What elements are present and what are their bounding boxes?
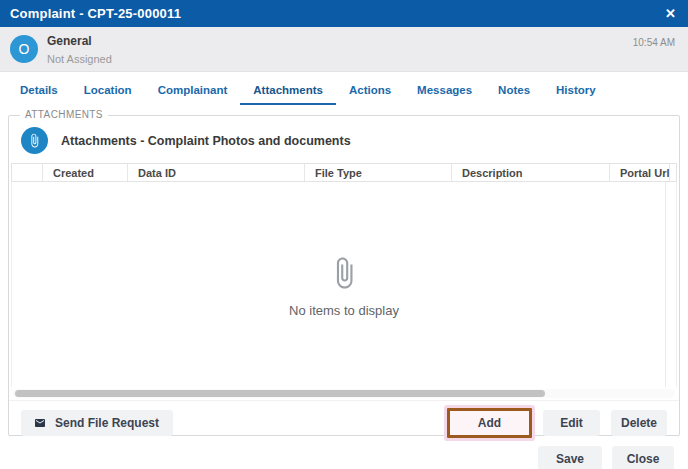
- add-button[interactable]: Add: [450, 411, 529, 435]
- attachments-actions-row: Send File Request Add Edit Delete: [9, 400, 679, 438]
- column-created[interactable]: Created: [43, 164, 128, 181]
- save-button[interactable]: Save: [538, 446, 602, 469]
- horizontal-scrollbar-thumb[interactable]: [15, 390, 545, 397]
- tab-history[interactable]: History: [543, 76, 609, 105]
- column-portal-url[interactable]: Portal Url: [610, 164, 670, 181]
- tab-attachments[interactable]: Attachments: [240, 76, 336, 105]
- column-description[interactable]: Description: [452, 164, 610, 181]
- column-select: [12, 164, 43, 181]
- tab-complainant[interactable]: Complainant: [145, 76, 241, 105]
- envelope-icon: [33, 417, 47, 429]
- attachments-table-body: No items to display: [11, 182, 677, 387]
- dialog-title: Complaint - CPT-25-000011: [10, 6, 181, 21]
- table-right-divider: [665, 182, 666, 387]
- tab-location[interactable]: Location: [71, 76, 145, 105]
- assignee-label: Not Assigned: [47, 53, 112, 65]
- complaint-dialog: Complaint - CPT-25-000011 ✕ O General No…: [0, 0, 688, 469]
- attachments-section-header: Attachments - Complaint Photos and docum…: [9, 116, 679, 154]
- send-file-request-label: Send File Request: [55, 416, 159, 430]
- send-file-request-button[interactable]: Send File Request: [21, 410, 173, 436]
- tab-actions[interactable]: Actions: [336, 76, 404, 105]
- horizontal-scrollbar: [13, 389, 675, 398]
- edit-button[interactable]: Edit: [543, 410, 600, 436]
- column-data-id[interactable]: Data ID: [128, 164, 305, 181]
- attachments-legend: ATTACHMENTS: [20, 109, 108, 120]
- complaint-category: General: [47, 34, 112, 48]
- add-button-highlight: Add: [447, 408, 532, 438]
- avatar: O: [10, 35, 38, 63]
- header-texts: General Not Assigned: [47, 34, 112, 65]
- column-file-type[interactable]: File Type: [305, 164, 452, 181]
- tab-details[interactable]: Details: [7, 76, 71, 105]
- attachments-table: Created Data ID File Type Description Po…: [11, 163, 677, 387]
- paperclip-badge: [21, 127, 48, 154]
- tab-bar: Details Location Complainant Attachments…: [0, 76, 688, 105]
- empty-state-text: No items to display: [289, 303, 399, 318]
- dialog-titlebar: Complaint - CPT-25-000011 ✕: [0, 0, 688, 27]
- column-spare: [670, 164, 676, 181]
- close-icon[interactable]: ✕: [665, 7, 676, 20]
- attachments-table-header: Created Data ID File Type Description Po…: [11, 163, 677, 182]
- close-button[interactable]: Close: [612, 446, 674, 469]
- attachments-panel: ATTACHMENTS Attachments - Complaint Phot…: [8, 115, 680, 436]
- paperclip-icon: [27, 133, 42, 148]
- crud-buttons: Add Edit Delete: [447, 408, 667, 438]
- delete-button[interactable]: Delete: [611, 410, 667, 436]
- complaint-header: O General Not Assigned 10:54 AM: [0, 27, 688, 72]
- tab-notes[interactable]: Notes: [485, 76, 543, 105]
- timestamp: 10:54 AM: [633, 37, 675, 48]
- dialog-footer: Save Close: [0, 436, 688, 469]
- attachments-title: Attachments - Complaint Photos and docum…: [61, 134, 351, 148]
- empty-paperclip-icon: [327, 251, 361, 295]
- tab-messages[interactable]: Messages: [404, 76, 485, 105]
